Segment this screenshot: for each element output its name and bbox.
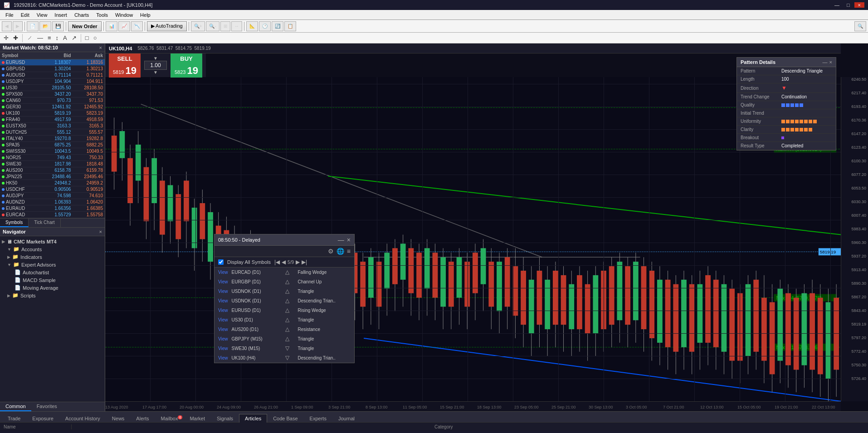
tab-symbols[interactable]: Symbols <box>0 219 29 227</box>
bottom-tab-mailbox[interactable]: Mailbox6 <box>155 414 184 423</box>
market-watch-row[interactable]: EURCAD 1.55729 1.55758 <box>0 212 105 218</box>
toolbar-search[interactable]: 🔍 <box>854 21 866 31</box>
tab-tick-chart[interactable]: Tick Chart <box>29 219 60 227</box>
market-watch-row[interactable]: USDCHF 0.90506 0.90519 <box>0 186 105 193</box>
text-tool[interactable]: A <box>61 34 69 42</box>
scanner-view-link[interactable]: View <box>218 355 228 360</box>
market-watch-row[interactable]: EURAUD 1.66356 1.66385 <box>0 205 105 212</box>
toolbar-zoom-in[interactable]: 🔍+ <box>191 21 205 31</box>
nav-tree-item[interactable]: ▼ 📁 Expert Advisors <box>0 261 105 268</box>
toolbar-open[interactable]: 📂 <box>39 21 51 31</box>
scanner-settings-icon[interactable]: ⚙ <box>328 248 334 255</box>
scanner-view-link[interactable]: View <box>218 289 228 294</box>
scanner-view-link[interactable]: View <box>218 279 228 284</box>
toolbar-refresh[interactable]: 🔄 <box>272 21 283 31</box>
close-btn[interactable]: × <box>854 2 864 8</box>
toolbar-chart2[interactable]: 📈 <box>118 21 130 31</box>
toolbar-chart1[interactable]: 📊 <box>106 21 117 31</box>
buy-button[interactable]: BUY <box>171 54 202 64</box>
cursor-tool[interactable]: ✛ <box>2 34 10 42</box>
menu-file[interactable]: File <box>2 11 17 19</box>
autotrading-button[interactable]: ▶ AutoTrading <box>147 21 187 31</box>
toolbar-chart3[interactable]: 📉 <box>131 21 143 31</box>
menu-insert[interactable]: Insert <box>51 11 71 19</box>
qty-input[interactable] <box>144 61 167 70</box>
channel-tool[interactable]: ≡ <box>46 34 53 42</box>
nav-tree-item[interactable]: ▶ 📁 Indicators <box>0 253 105 261</box>
market-watch-row[interactable]: SPX500 3437.20 3437.70 <box>0 91 105 97</box>
menu-window[interactable]: Window <box>112 11 137 19</box>
market-watch-row[interactable]: US30 28105.50 28108.50 <box>0 85 105 91</box>
menu-help[interactable]: Help <box>137 11 154 19</box>
bottom-tab-account-history[interactable]: Account History <box>59 414 106 423</box>
scanner-view-link[interactable]: View <box>218 317 228 322</box>
market-watch-close[interactable]: × <box>99 45 102 50</box>
market-watch-row[interactable]: AUDNZD 1.06393 1.06420 <box>0 199 105 205</box>
scanner-nav-prev[interactable]: ◀ <box>282 259 286 265</box>
scanner-filter-checkbox[interactable] <box>218 259 224 265</box>
maximize-btn[interactable]: □ <box>844 2 853 8</box>
bottom-tab-experts[interactable]: Experts <box>304 414 332 423</box>
bottom-tab-alerts[interactable]: Alerts <box>130 414 155 423</box>
toolbar-new[interactable]: 📄 <box>27 21 39 31</box>
toolbar-scroll[interactable]: ↔ <box>231 21 242 31</box>
nav-tree-item[interactable]: 📄 Moving Average <box>0 284 105 292</box>
market-watch-row[interactable]: UK100 5819.19 5823.19 <box>0 110 105 117</box>
menu-charts[interactable]: Charts <box>71 11 93 19</box>
fib-tool[interactable]: ↕ <box>54 34 61 42</box>
market-watch-row[interactable]: AUS200 6158.78 6159.78 <box>0 167 105 174</box>
minimize-btn[interactable]: — <box>832 2 842 8</box>
scanner-filter-icon[interactable]: ≡ <box>347 248 351 255</box>
toolbar-back[interactable]: ◀ <box>2 21 12 31</box>
menu-edit[interactable]: Edit <box>17 11 33 19</box>
toolbar-zoom-out[interactable]: 🔍- <box>206 21 219 31</box>
toolbar-zoom-fit[interactable]: ⊞ <box>220 21 230 31</box>
navigator-close[interactable]: × <box>99 229 102 234</box>
bottom-tab-code-base[interactable]: Code Base <box>267 414 303 423</box>
scanner-nav-next[interactable]: ▶ <box>296 259 300 265</box>
scanner-view-link[interactable]: View <box>218 298 228 303</box>
sell-button[interactable]: SELL <box>109 54 141 64</box>
market-watch-row[interactable]: FRA40 4917.59 4918.59 <box>0 117 105 123</box>
scanner-nav-first[interactable]: |◀ <box>274 259 280 265</box>
market-watch-row[interactable]: DUTCH25 555.12 555.57 <box>0 129 105 136</box>
bottom-tab-exposure[interactable]: Exposure <box>26 414 59 423</box>
scanner-view-link[interactable]: View <box>218 346 228 351</box>
market-watch-row[interactable]: JPN225 23488.46 23495.46 <box>0 174 105 180</box>
new-order-button[interactable]: New Order <box>68 21 102 31</box>
market-watch-row[interactable]: GER30 12461.92 12465.92 <box>0 104 105 110</box>
toolbar-period[interactable]: 🕐 <box>259 21 271 31</box>
market-watch-row[interactable]: AUDJPY 74.598 74.610 <box>0 193 105 199</box>
bottom-tab-trade[interactable]: Trade <box>2 414 26 423</box>
toolbar-save[interactable]: 💾 <box>52 21 64 31</box>
scanner-view-link[interactable]: View <box>218 308 228 313</box>
arrow-tool[interactable]: ↗ <box>70 34 78 42</box>
bottom-tab-market[interactable]: Market <box>184 414 211 423</box>
market-watch-row[interactable]: HK50 24948.2 24959.2 <box>0 180 105 186</box>
crosshair-tool[interactable]: ✚ <box>11 34 20 42</box>
rect-tool[interactable]: □ <box>83 34 91 42</box>
nav-tree-item[interactable]: ▼ 📁 Accounts <box>0 245 105 253</box>
toolbar-indicators[interactable]: 📐 <box>246 21 258 31</box>
menu-view[interactable]: View <box>33 11 51 19</box>
pattern-minimize[interactable]: — <box>823 59 828 65</box>
toolbar-fwd[interactable]: ▶ <box>13 21 23 31</box>
nav-tab-favorites[interactable]: Favorites <box>31 402 63 411</box>
ellipse-tool[interactable]: ○ <box>92 34 99 42</box>
bottom-tab-articles[interactable]: Articles <box>239 414 267 423</box>
scanner-close[interactable]: × <box>347 236 351 243</box>
scanner-minimize[interactable]: — <box>338 236 344 243</box>
market-watch-row[interactable]: AUDUSD 0.71114 0.71121 <box>0 72 105 78</box>
pattern-close[interactable]: × <box>829 59 832 65</box>
scanner-view-link[interactable]: View <box>218 327 228 332</box>
nav-tree-item[interactable]: 📄 MACD Sample <box>0 276 105 284</box>
market-watch-row[interactable]: SWE30 1817.98 1818.48 <box>0 161 105 167</box>
scanner-nav-last[interactable]: ▶| <box>302 259 307 265</box>
market-watch-row[interactable]: SPA35 6875.25 6882.25 <box>0 142 105 148</box>
market-watch-row[interactable]: USDJPY 104.904 104.911 <box>0 78 105 85</box>
line-tool[interactable]: ⟋ <box>25 34 34 42</box>
nav-tree-item[interactable]: 📄 Autochartist <box>0 268 105 276</box>
market-watch-row[interactable]: NOR25 749.43 750.33 <box>0 155 105 161</box>
toolbar-template[interactable]: 📋 <box>284 21 296 31</box>
bottom-tab-news[interactable]: News <box>106 414 131 423</box>
